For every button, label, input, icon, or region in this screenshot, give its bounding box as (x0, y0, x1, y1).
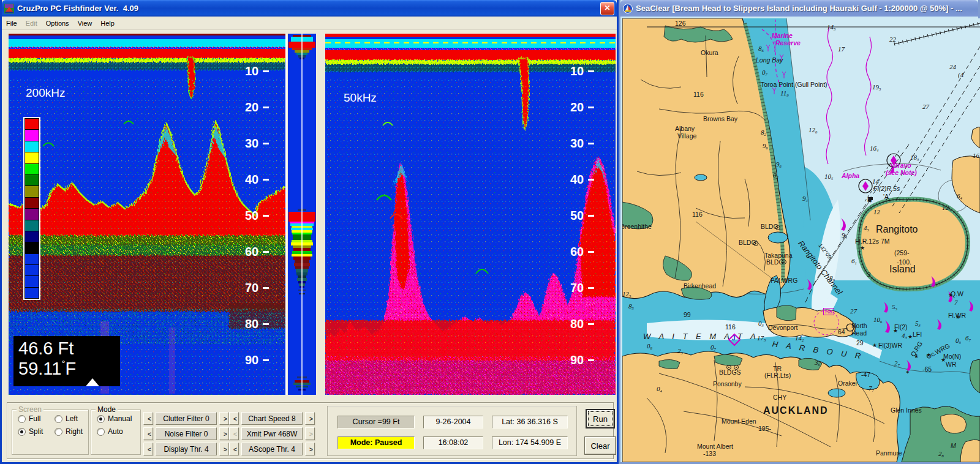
spinner-increase-icon[interactable]: > (219, 427, 229, 440)
spinner-increase-icon[interactable]: > (219, 412, 229, 425)
map-label: 106 (873, 316, 882, 324)
map-label: 86 (758, 45, 764, 53)
mode-radio-col: ManualAuto (91, 414, 140, 436)
spinner-increase-icon[interactable]: > (305, 412, 315, 425)
chart-view[interactable]: ★★★ ★★★ ★★★ ★✶ 126OkuraMarineReserveLong… (622, 18, 980, 462)
map-label: Alpha (842, 172, 859, 179)
screen-radio-split[interactable]: Split (18, 427, 49, 436)
spinner-decrease-icon[interactable]: < (143, 427, 153, 440)
fishfinder-titlebar[interactable]: CruzPro PC Fishfinder Ver. 4.09 ✕ (2, 0, 617, 17)
map-label: 67 (965, 334, 971, 342)
mode-radio-manual[interactable]: Manual (97, 414, 140, 423)
map-label: (see Note) (886, 169, 917, 176)
spinner-decrease-icon[interactable]: < (229, 443, 239, 455)
run-button[interactable]: Run (586, 409, 615, 428)
depth-tick-30: 30 (245, 137, 269, 151)
spinner-increase-icon[interactable]: > (219, 443, 229, 455)
mode-groupbox: Mode ManualAuto (91, 410, 141, 455)
legend-color-7 (24, 197, 39, 208)
sonar-display-200khz[interactable]: 200kHz 102030405060708090 46.6 Ft 59.11°… (9, 34, 285, 395)
clear-button[interactable]: Clear (584, 436, 616, 455)
map-label: Fl(3)WR (878, 342, 902, 349)
spinner-display-thr-4[interactable]: Display Thr. 4 (156, 443, 217, 455)
depth-tick-30: 30 (570, 137, 594, 151)
map-label: 145 (827, 23, 835, 31)
ascope-graph (288, 34, 316, 395)
spinner-ascope-thr-4[interactable]: AScope Thr. 4 (241, 443, 303, 455)
map-label: 12 (873, 208, 880, 215)
map-label: 27 (894, 359, 900, 367)
legend-color-11 (24, 242, 39, 253)
map-label: Greenhithe (622, 223, 652, 230)
map-label: 24 (949, 63, 956, 70)
map-label: Bravo (893, 162, 911, 169)
map-label: Fl.R.12s 7M (855, 238, 890, 245)
map-label: 43 (902, 332, 907, 340)
spinner-chart-speed-8[interactable]: Chart Speed 8 (241, 412, 303, 425)
map-label: 126 (675, 20, 686, 27)
mode-radio-auto[interactable]: Auto (97, 427, 140, 436)
screen-radio-right[interactable]: Right (55, 427, 86, 436)
map-label: North (851, 322, 867, 329)
map-label: W A I T E M A T A (643, 332, 759, 341)
map-label: -47 (861, 371, 870, 378)
spinner-decrease-icon[interactable]: < (143, 443, 153, 455)
map-label: 125 (942, 204, 951, 212)
map-label: Fl(2) (894, 323, 908, 331)
depth-tick-10: 10 (245, 64, 269, 78)
chart-labels: 126OkuraMarineReserveLong BayToroa Point… (622, 18, 980, 462)
spinner-noise-filter-0[interactable]: Noise Filter 0 (156, 427, 217, 440)
map-label: Fl.WR (948, 312, 966, 319)
spinner-xmit-pwr-468w[interactable]: Xmit Pwr 468W (241, 427, 303, 440)
sonar-display-50khz[interactable]: 50kHz 102030405060708090 (325, 34, 616, 395)
legend-color-12 (24, 253, 39, 264)
close-icon[interactable]: ✕ (600, 2, 614, 15)
map-label: 08 (647, 342, 652, 350)
map-label: 64 (957, 192, 962, 200)
spinner-increase-icon: > (305, 427, 315, 440)
depth-tick-50: 50 (570, 209, 594, 223)
map-label: 82 (761, 129, 766, 137)
map-label: 7 (954, 299, 958, 306)
menu-options[interactable]: Options (42, 18, 74, 29)
map-label: 77 (869, 384, 874, 392)
map-label: Reserve (775, 39, 801, 47)
map-label: Birkenhead (684, 282, 716, 290)
menu-edit: Edit (21, 18, 42, 29)
menu-help[interactable]: Help (96, 18, 119, 29)
map-label: LFI (913, 331, 922, 338)
map-label: Head (851, 329, 867, 337)
map-label: 96 (763, 142, 768, 150)
map-label: Marine (772, 32, 793, 39)
seaclear-titlebar[interactable]: SeaClear [Bream Head to Slippers Island … (620, 0, 978, 17)
map-label: Albany (675, 125, 695, 132)
depth-tick-40: 40 (245, 173, 269, 187)
screen-radio-full[interactable]: Full (18, 414, 49, 423)
legend-color-15 (24, 287, 39, 299)
menu-view[interactable]: View (74, 18, 97, 29)
depth-scale-right: 102030405060708090 (570, 34, 609, 395)
spinner-decrease-icon[interactable]: < (229, 412, 239, 425)
map-label: 61 (851, 257, 857, 265)
spinner-decrease-icon[interactable]: < (143, 412, 153, 425)
ascope-display[interactable] (288, 34, 316, 395)
map-label: (259- (894, 249, 910, 256)
screen-radio-left[interactable]: Left (55, 414, 86, 423)
depth-tick-40: 40 (570, 173, 594, 187)
depth-tick-20: 20 (245, 100, 269, 114)
map-label: -100. (897, 258, 911, 266)
spinner-clutter-filter-0[interactable]: Clutter Filter 0 (156, 412, 217, 425)
legend-color-5 (24, 174, 39, 185)
desktop: CruzPro PC Fishfinder Ver. 4.09 ✕ FileEd… (0, 0, 980, 464)
lat-field: Lat: 36 36.316 S (492, 416, 568, 428)
map-label: 125 (622, 290, 631, 298)
legend-color-8 (24, 208, 39, 219)
mode-group-caption: Mode (96, 405, 118, 414)
menu-file[interactable]: File (2, 18, 21, 29)
map-label: 27 (850, 307, 857, 315)
map-label: M (951, 442, 956, 449)
depth-tick-50: 50 (245, 209, 269, 223)
map-label: Mount Albert (697, 443, 733, 450)
spinner-increase-icon[interactable]: > (305, 443, 315, 455)
legend-color-4 (24, 163, 39, 174)
